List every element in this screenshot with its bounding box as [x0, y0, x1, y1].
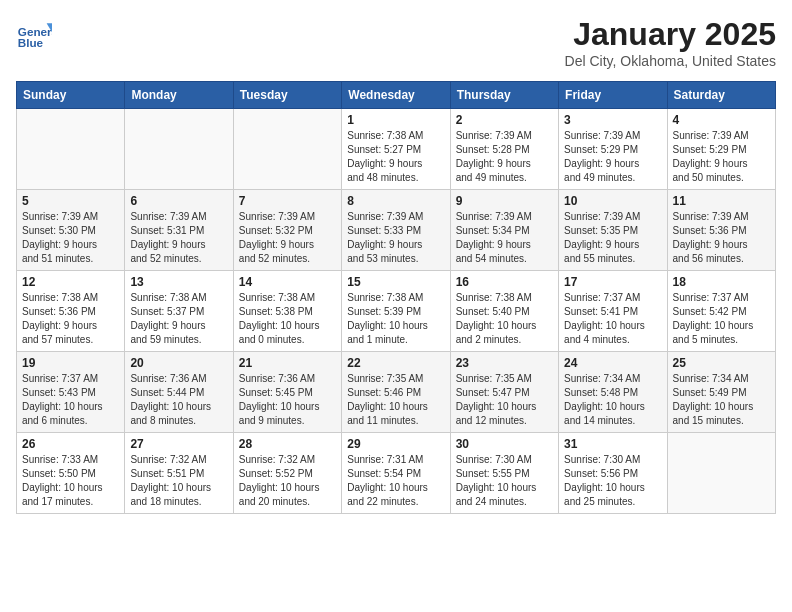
day-info: Sunrise: 7:32 AM Sunset: 5:51 PM Dayligh… [130, 453, 227, 509]
day-info: Sunrise: 7:34 AM Sunset: 5:48 PM Dayligh… [564, 372, 661, 428]
day-info: Sunrise: 7:32 AM Sunset: 5:52 PM Dayligh… [239, 453, 336, 509]
day-info: Sunrise: 7:30 AM Sunset: 5:55 PM Dayligh… [456, 453, 553, 509]
day-info: Sunrise: 7:37 AM Sunset: 5:42 PM Dayligh… [673, 291, 770, 347]
day-info: Sunrise: 7:38 AM Sunset: 5:40 PM Dayligh… [456, 291, 553, 347]
calendar-cell: 11Sunrise: 7:39 AM Sunset: 5:36 PM Dayli… [667, 190, 775, 271]
day-number: 3 [564, 113, 661, 127]
calendar-cell [233, 109, 341, 190]
day-number: 7 [239, 194, 336, 208]
day-number: 13 [130, 275, 227, 289]
calendar-cell: 30Sunrise: 7:30 AM Sunset: 5:55 PM Dayli… [450, 433, 558, 514]
day-header-monday: Monday [125, 82, 233, 109]
day-number: 31 [564, 437, 661, 451]
calendar-cell [125, 109, 233, 190]
calendar-cell: 10Sunrise: 7:39 AM Sunset: 5:35 PM Dayli… [559, 190, 667, 271]
calendar-cell: 18Sunrise: 7:37 AM Sunset: 5:42 PM Dayli… [667, 271, 775, 352]
calendar-cell [17, 109, 125, 190]
day-info: Sunrise: 7:38 AM Sunset: 5:39 PM Dayligh… [347, 291, 444, 347]
calendar-cell: 17Sunrise: 7:37 AM Sunset: 5:41 PM Dayli… [559, 271, 667, 352]
month-title: January 2025 [565, 16, 776, 53]
calendar-cell: 5Sunrise: 7:39 AM Sunset: 5:30 PM Daylig… [17, 190, 125, 271]
calendar-cell: 28Sunrise: 7:32 AM Sunset: 5:52 PM Dayli… [233, 433, 341, 514]
day-number: 24 [564, 356, 661, 370]
day-number: 14 [239, 275, 336, 289]
calendar-week-row: 26Sunrise: 7:33 AM Sunset: 5:50 PM Dayli… [17, 433, 776, 514]
calendar-header-row: SundayMondayTuesdayWednesdayThursdayFrid… [17, 82, 776, 109]
day-number: 22 [347, 356, 444, 370]
day-number: 4 [673, 113, 770, 127]
day-number: 17 [564, 275, 661, 289]
calendar-cell: 8Sunrise: 7:39 AM Sunset: 5:33 PM Daylig… [342, 190, 450, 271]
day-info: Sunrise: 7:39 AM Sunset: 5:33 PM Dayligh… [347, 210, 444, 266]
day-info: Sunrise: 7:31 AM Sunset: 5:54 PM Dayligh… [347, 453, 444, 509]
day-info: Sunrise: 7:35 AM Sunset: 5:46 PM Dayligh… [347, 372, 444, 428]
day-info: Sunrise: 7:38 AM Sunset: 5:37 PM Dayligh… [130, 291, 227, 347]
day-header-tuesday: Tuesday [233, 82, 341, 109]
day-info: Sunrise: 7:35 AM Sunset: 5:47 PM Dayligh… [456, 372, 553, 428]
calendar-cell: 15Sunrise: 7:38 AM Sunset: 5:39 PM Dayli… [342, 271, 450, 352]
day-number: 29 [347, 437, 444, 451]
calendar-cell: 4Sunrise: 7:39 AM Sunset: 5:29 PM Daylig… [667, 109, 775, 190]
calendar-cell: 1Sunrise: 7:38 AM Sunset: 5:27 PM Daylig… [342, 109, 450, 190]
day-info: Sunrise: 7:36 AM Sunset: 5:44 PM Dayligh… [130, 372, 227, 428]
calendar-cell: 6Sunrise: 7:39 AM Sunset: 5:31 PM Daylig… [125, 190, 233, 271]
calendar-cell: 12Sunrise: 7:38 AM Sunset: 5:36 PM Dayli… [17, 271, 125, 352]
calendar-cell: 24Sunrise: 7:34 AM Sunset: 5:48 PM Dayli… [559, 352, 667, 433]
day-number: 16 [456, 275, 553, 289]
day-header-sunday: Sunday [17, 82, 125, 109]
calendar-cell: 29Sunrise: 7:31 AM Sunset: 5:54 PM Dayli… [342, 433, 450, 514]
calendar-cell: 13Sunrise: 7:38 AM Sunset: 5:37 PM Dayli… [125, 271, 233, 352]
day-info: Sunrise: 7:30 AM Sunset: 5:56 PM Dayligh… [564, 453, 661, 509]
day-number: 23 [456, 356, 553, 370]
calendar-cell [667, 433, 775, 514]
day-number: 12 [22, 275, 119, 289]
day-info: Sunrise: 7:39 AM Sunset: 5:29 PM Dayligh… [564, 129, 661, 185]
day-info: Sunrise: 7:39 AM Sunset: 5:34 PM Dayligh… [456, 210, 553, 266]
day-info: Sunrise: 7:39 AM Sunset: 5:35 PM Dayligh… [564, 210, 661, 266]
logo: General Blue [16, 16, 52, 52]
day-info: Sunrise: 7:34 AM Sunset: 5:49 PM Dayligh… [673, 372, 770, 428]
day-header-saturday: Saturday [667, 82, 775, 109]
day-info: Sunrise: 7:36 AM Sunset: 5:45 PM Dayligh… [239, 372, 336, 428]
day-info: Sunrise: 7:37 AM Sunset: 5:43 PM Dayligh… [22, 372, 119, 428]
day-info: Sunrise: 7:33 AM Sunset: 5:50 PM Dayligh… [22, 453, 119, 509]
day-number: 11 [673, 194, 770, 208]
calendar-cell: 9Sunrise: 7:39 AM Sunset: 5:34 PM Daylig… [450, 190, 558, 271]
calendar-week-row: 19Sunrise: 7:37 AM Sunset: 5:43 PM Dayli… [17, 352, 776, 433]
day-number: 25 [673, 356, 770, 370]
calendar-cell: 14Sunrise: 7:38 AM Sunset: 5:38 PM Dayli… [233, 271, 341, 352]
page-header: General Blue January 2025 Del City, Okla… [16, 16, 776, 69]
day-info: Sunrise: 7:39 AM Sunset: 5:36 PM Dayligh… [673, 210, 770, 266]
calendar-cell: 27Sunrise: 7:32 AM Sunset: 5:51 PM Dayli… [125, 433, 233, 514]
calendar-week-row: 5Sunrise: 7:39 AM Sunset: 5:30 PM Daylig… [17, 190, 776, 271]
day-number: 2 [456, 113, 553, 127]
day-number: 27 [130, 437, 227, 451]
day-number: 26 [22, 437, 119, 451]
day-info: Sunrise: 7:39 AM Sunset: 5:30 PM Dayligh… [22, 210, 119, 266]
day-number: 1 [347, 113, 444, 127]
day-info: Sunrise: 7:39 AM Sunset: 5:32 PM Dayligh… [239, 210, 336, 266]
calendar-cell: 2Sunrise: 7:39 AM Sunset: 5:28 PM Daylig… [450, 109, 558, 190]
logo-icon: General Blue [16, 16, 52, 52]
calendar-table: SundayMondayTuesdayWednesdayThursdayFrid… [16, 81, 776, 514]
day-number: 9 [456, 194, 553, 208]
day-info: Sunrise: 7:38 AM Sunset: 5:27 PM Dayligh… [347, 129, 444, 185]
day-number: 18 [673, 275, 770, 289]
calendar-cell: 3Sunrise: 7:39 AM Sunset: 5:29 PM Daylig… [559, 109, 667, 190]
day-info: Sunrise: 7:39 AM Sunset: 5:29 PM Dayligh… [673, 129, 770, 185]
day-number: 6 [130, 194, 227, 208]
calendar-cell: 7Sunrise: 7:39 AM Sunset: 5:32 PM Daylig… [233, 190, 341, 271]
day-number: 8 [347, 194, 444, 208]
calendar-cell: 26Sunrise: 7:33 AM Sunset: 5:50 PM Dayli… [17, 433, 125, 514]
day-info: Sunrise: 7:38 AM Sunset: 5:38 PM Dayligh… [239, 291, 336, 347]
calendar-week-row: 1Sunrise: 7:38 AM Sunset: 5:27 PM Daylig… [17, 109, 776, 190]
calendar-cell: 21Sunrise: 7:36 AM Sunset: 5:45 PM Dayli… [233, 352, 341, 433]
calendar-cell: 31Sunrise: 7:30 AM Sunset: 5:56 PM Dayli… [559, 433, 667, 514]
day-number: 28 [239, 437, 336, 451]
day-number: 19 [22, 356, 119, 370]
day-header-friday: Friday [559, 82, 667, 109]
calendar-cell: 19Sunrise: 7:37 AM Sunset: 5:43 PM Dayli… [17, 352, 125, 433]
day-number: 21 [239, 356, 336, 370]
svg-text:Blue: Blue [18, 36, 44, 49]
day-header-thursday: Thursday [450, 82, 558, 109]
